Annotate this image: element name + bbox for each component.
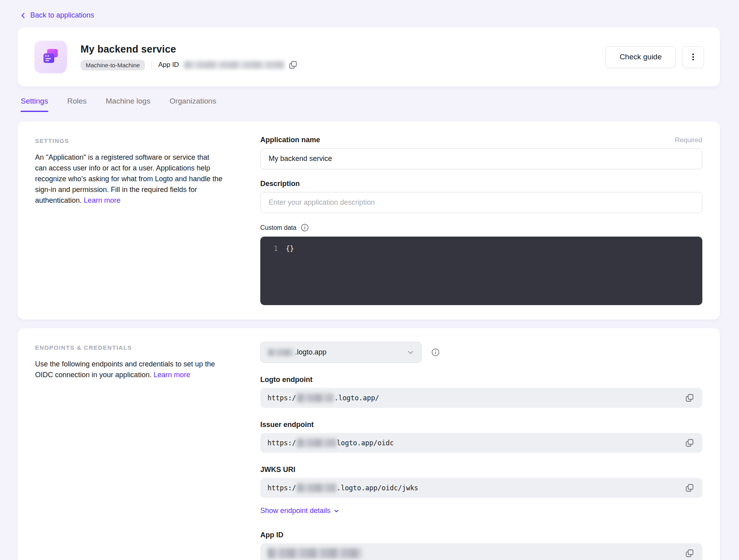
settings-description-text: An "Application" is a registered softwar… [35, 153, 222, 204]
endpoints-card: ENDPOINTS & CREDENTIALS Use the followin… [18, 328, 720, 560]
settings-section-intro: SETTINGS An "Application" is a registere… [35, 135, 222, 206]
custom-data-editor[interactable]: 1 {} [260, 237, 702, 305]
settings-card: SETTINGS An "Application" is a registere… [18, 121, 720, 319]
issuer-endpoint-field: Issuer endpoint https:/ logto.app/oidc [260, 421, 702, 453]
jwks-uri-value: https:/ .logto.app/oidc/jwks [260, 478, 702, 498]
jwks-uri-field: JWKS URI https:/ .logto.app/oidc/jwks [260, 466, 702, 498]
description-input[interactable] [260, 192, 702, 213]
required-hint: Required [675, 136, 702, 144]
header-actions: Check guide [605, 46, 704, 68]
endpoint-host-redacted [297, 484, 336, 492]
back-link-label: Back to applications [30, 11, 94, 20]
endpoint-prefix: https:/ [267, 484, 296, 492]
custom-data-code: {} [286, 245, 294, 297]
copy-issuer-endpoint-button[interactable] [684, 437, 695, 448]
settings-form: Application name Required Description Cu… [260, 135, 702, 305]
app-meta-row: Machine-to-Machine App ID [81, 59, 299, 70]
chevron-down-icon [334, 508, 339, 514]
app-type-badge: Machine-to-Machine [81, 60, 145, 70]
app-header-info: My backend service Machine-to-Machine Ap… [81, 43, 299, 70]
show-endpoint-details-label: Show endpoint details [260, 507, 330, 515]
copy-jwks-uri-button[interactable] [684, 482, 695, 493]
app-id-field: App ID [260, 531, 702, 560]
application-details-page: Back to applications [0, 0, 739, 560]
endpoint-prefix: https:/ [267, 439, 296, 447]
copy-logto-endpoint-button[interactable] [684, 392, 695, 403]
info-icon[interactable] [301, 223, 309, 232]
copy-app-id-value-button[interactable] [684, 548, 695, 559]
app-id-value [260, 543, 702, 560]
app-id-value-redacted [184, 61, 284, 69]
endpoints-learn-more-link[interactable]: Learn more [153, 371, 190, 379]
copy-icon [685, 439, 694, 447]
info-icon[interactable] [431, 348, 440, 356]
chevron-left-icon [20, 12, 26, 19]
app-id-label: App ID [158, 61, 179, 69]
kebab-menu-icon [689, 53, 698, 61]
divider [151, 61, 152, 69]
copy-icon [685, 484, 694, 492]
tab-machine-logs[interactable]: Machine logs [106, 97, 150, 112]
endpoints-form: .logto.app Logto endpoint https:/ .logto… [260, 342, 702, 560]
copy-icon [289, 61, 297, 69]
endpoints-section-title: ENDPOINTS & CREDENTIALS [35, 344, 222, 351]
endpoint-prefix: https:/ [267, 394, 296, 402]
app-id-field-label: App ID [260, 531, 702, 539]
application-name-input[interactable] [260, 148, 702, 169]
tab-bar: Settings Roles Machine logs Organization… [21, 97, 717, 112]
description-label: Description [260, 180, 300, 188]
app-header-card: My backend service Machine-to-Machine Ap… [18, 27, 720, 86]
tab-roles[interactable]: Roles [67, 97, 87, 112]
domain-select[interactable]: .logto.app [260, 342, 422, 363]
tab-organizations[interactable]: Organizations [169, 97, 216, 112]
settings-section-description: An "Application" is a registered softwar… [35, 152, 222, 206]
back-to-applications-link[interactable]: Back to applications [20, 11, 94, 20]
page-title: My backend service [81, 43, 299, 55]
copy-icon [685, 549, 694, 558]
copy-app-id-button[interactable] [287, 59, 299, 70]
domain-prefix-redacted [268, 349, 294, 356]
endpoints-section-description: Use the following endpoints and credenti… [35, 359, 222, 380]
machine-to-machine-app-icon [34, 41, 67, 73]
custom-data-label: Custom data [260, 224, 297, 231]
application-name-field: Application name Required [260, 136, 702, 169]
tab-settings[interactable]: Settings [21, 97, 48, 112]
app-id-value-redacted [267, 548, 362, 558]
description-field: Description [260, 180, 702, 213]
custom-data-field: Custom data 1 {} [260, 223, 702, 305]
code-line-number: 1 [260, 245, 278, 297]
logto-endpoint-field: Logto endpoint https:/ .logto.app/ [260, 376, 702, 408]
domain-row: .logto.app [260, 342, 702, 363]
endpoints-section-intro: ENDPOINTS & CREDENTIALS Use the followin… [35, 342, 222, 380]
show-endpoint-details-link[interactable]: Show endpoint details [260, 507, 339, 515]
more-actions-button[interactable] [682, 46, 704, 68]
logto-endpoint-value: https:/ .logto.app/ [260, 388, 702, 408]
logto-endpoint-label: Logto endpoint [260, 376, 702, 384]
endpoint-host-redacted [297, 439, 336, 447]
settings-section-title: SETTINGS [35, 137, 222, 144]
application-name-label: Application name [260, 136, 320, 144]
endpoint-suffix: logto.app/oidc [337, 439, 394, 447]
endpoint-suffix: .logto.app/oidc/jwks [337, 484, 419, 492]
issuer-endpoint-value: https:/ logto.app/oidc [260, 433, 702, 453]
endpoint-suffix: .logto.app/ [334, 394, 379, 402]
jwks-uri-label: JWKS URI [260, 466, 702, 474]
endpoint-host-redacted [297, 394, 334, 402]
copy-icon [685, 394, 694, 402]
check-guide-button[interactable]: Check guide [605, 46, 676, 68]
chevron-down-icon [407, 349, 414, 356]
settings-learn-more-link[interactable]: Learn more [84, 196, 120, 204]
domain-select-value: .logto.app [295, 348, 326, 356]
issuer-endpoint-label: Issuer endpoint [260, 421, 702, 429]
